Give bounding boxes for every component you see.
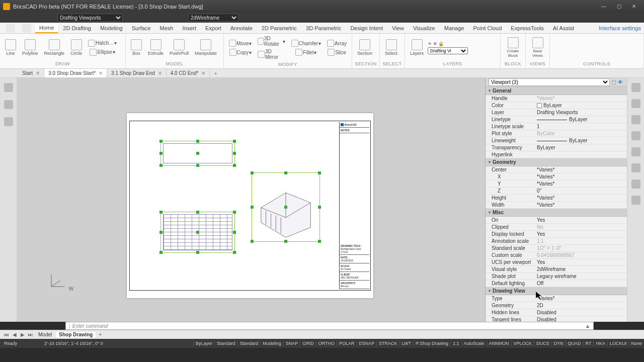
props-icon-2[interactable]: 👁 bbox=[617, 79, 624, 85]
prop-row[interactable]: OnYes bbox=[486, 217, 627, 224]
right-panel-icon-6[interactable] bbox=[631, 163, 640, 172]
prop-row[interactable]: TransparencyByLayer bbox=[486, 144, 627, 151]
prop-group-drawing-view[interactable]: Drawing View bbox=[486, 287, 627, 295]
prop-group-misc[interactable]: Misc bbox=[486, 209, 627, 217]
doctab-start[interactable]: Start✕ bbox=[18, 69, 44, 77]
maximize-button[interactable]: ▢ bbox=[612, 2, 626, 11]
fillet-tool[interactable]: Fillet ▾ bbox=[289, 48, 323, 57]
style-combo[interactable]: 2dWireframe bbox=[188, 14, 238, 22]
prop-row[interactable]: UCS per viewportYes bbox=[486, 259, 627, 266]
qat-icon-2[interactable] bbox=[134, 14, 141, 21]
3drotate-tool[interactable]: 3D Rotate ▾ bbox=[256, 35, 287, 48]
tab-design-intent[interactable]: Design Intent bbox=[346, 24, 387, 33]
search-icon[interactable] bbox=[240, 14, 248, 21]
prop-group-geometry[interactable]: Geometry bbox=[486, 158, 627, 166]
tab-manage[interactable]: Manage bbox=[440, 24, 468, 33]
prop-row[interactable]: Type*Varies* bbox=[486, 295, 627, 302]
status-btn-modeling[interactable]: Modeling bbox=[260, 341, 283, 346]
prop-row[interactable]: ColorByLayer bbox=[486, 102, 627, 109]
status-btn-ducs[interactable]: DUCS bbox=[534, 341, 551, 346]
prop-row[interactable]: Custom scale0.041666666667 bbox=[486, 252, 627, 259]
prop-row[interactable]: Y*Varies* bbox=[486, 180, 627, 188]
section-tool[interactable]: Section bbox=[355, 38, 374, 57]
prop-row[interactable]: Z0" bbox=[486, 188, 627, 195]
properties-selector[interactable]: Viewport (3) bbox=[489, 78, 610, 86]
viewport-iso[interactable] bbox=[252, 172, 320, 242]
right-panel-icon-1[interactable] bbox=[631, 83, 640, 92]
add-tab-button[interactable]: + bbox=[210, 70, 221, 76]
close-icon[interactable]: ✕ bbox=[99, 70, 103, 76]
prop-group-general[interactable]: General bbox=[486, 87, 627, 95]
right-panel-icon-4[interactable] bbox=[631, 131, 640, 140]
controls-icon-4[interactable] bbox=[583, 44, 591, 52]
right-panel-icon-7[interactable] bbox=[631, 179, 640, 189]
prop-row[interactable]: Center*Varies* bbox=[486, 166, 627, 173]
open-icon[interactable] bbox=[12, 14, 19, 21]
tab-2d-drafting[interactable]: 2D Drafting bbox=[59, 24, 95, 33]
status-btn-esnap[interactable]: ESNAP bbox=[357, 341, 377, 346]
circle-tool[interactable]: Circle bbox=[68, 38, 84, 57]
copy-tool[interactable]: Copy ▾ bbox=[227, 48, 254, 57]
3dmirror-tool[interactable]: 3D Mirror bbox=[256, 48, 287, 61]
controls-icon-1[interactable] bbox=[553, 44, 561, 52]
viewport-front[interactable] bbox=[160, 212, 235, 253]
ellipse-tool[interactable]: Ellipse ▾ bbox=[86, 48, 119, 57]
viewport-top[interactable] bbox=[160, 141, 235, 166]
prop-row[interactable]: LayerDrafting Viewports bbox=[486, 109, 627, 116]
save-icon[interactable] bbox=[21, 14, 28, 21]
redo-icon[interactable] bbox=[48, 14, 55, 21]
status-btn-dyn[interactable]: DYN bbox=[551, 341, 566, 346]
qat-icon-6[interactable] bbox=[170, 14, 177, 21]
prop-row[interactable]: X*Varies* bbox=[486, 173, 627, 180]
prop-row[interactable]: Plot styleByColor bbox=[486, 130, 627, 137]
slice-tool[interactable]: Slice bbox=[325, 48, 349, 57]
status-btn-snap[interactable]: SNAP bbox=[283, 341, 300, 346]
qat-icon-3[interactable] bbox=[143, 14, 150, 21]
app-menu-icon[interactable] bbox=[6, 24, 15, 33]
pushpull-tool[interactable]: Push/Pull bbox=[168, 38, 191, 57]
undo-icon[interactable] bbox=[39, 14, 46, 21]
right-panel-icon-5[interactable] bbox=[631, 147, 640, 156]
prop-row[interactable]: Tangent linesDisabled bbox=[486, 316, 627, 322]
array-tool[interactable]: Array bbox=[325, 39, 349, 48]
move-tool[interactable]: Move ▾ bbox=[227, 39, 254, 48]
status-btn-bylayer[interactable]: ByLayer bbox=[193, 341, 214, 346]
prop-row[interactable]: Width*Varies* bbox=[486, 202, 627, 209]
tab-modeling[interactable]: Modeling bbox=[96, 24, 127, 33]
print-icon[interactable] bbox=[30, 14, 37, 21]
prop-row[interactable]: Display lockedYes bbox=[486, 231, 627, 238]
status-btn-p-shop-drawing[interactable]: P:Shop Drawing bbox=[413, 341, 450, 346]
extrude-tool[interactable]: Extrude bbox=[146, 38, 166, 57]
status-btn-polar[interactable]: POLAR bbox=[337, 341, 357, 346]
tab-visualize[interactable]: Visualize bbox=[409, 24, 439, 33]
prop-row[interactable]: Standard scale1/2" = 1'-0" bbox=[486, 245, 627, 252]
status-btn-none[interactable]: None bbox=[628, 341, 644, 346]
new-icon[interactable] bbox=[3, 14, 10, 21]
tab-nav-last[interactable]: ⏭ bbox=[27, 332, 34, 337]
tab-mesh[interactable]: Mesh bbox=[156, 24, 178, 33]
tab-surface[interactable]: Surface bbox=[128, 24, 155, 33]
command-expand-icon[interactable]: ▲ bbox=[585, 323, 590, 329]
layer-selector[interactable]: Drafting Vi bbox=[428, 47, 468, 54]
command-line[interactable]: : Enter command ▲ bbox=[65, 322, 594, 330]
close-icon[interactable]: ✕ bbox=[201, 70, 205, 76]
status-btn-quad[interactable]: QUAD bbox=[566, 341, 583, 346]
tab-nav-next[interactable]: ▶ bbox=[19, 332, 26, 337]
prop-row[interactable]: Handle*Varies* bbox=[486, 95, 627, 102]
status-btn-strack[interactable]: STRACK bbox=[376, 341, 399, 346]
controls-icon-3[interactable] bbox=[573, 44, 581, 52]
props-icon-1[interactable]: ⬚ bbox=[610, 79, 617, 85]
manipulate-tool[interactable]: Manipulate bbox=[193, 38, 219, 57]
tab-export[interactable]: Export bbox=[201, 24, 225, 33]
status-btn-autoscale[interactable]: AutoScale bbox=[461, 341, 487, 346]
select-tool[interactable]: Select bbox=[383, 38, 399, 57]
left-panel-icon-1[interactable] bbox=[4, 83, 13, 92]
controls-icon-2[interactable] bbox=[563, 44, 571, 52]
add-layout-button[interactable]: + bbox=[97, 332, 104, 337]
line-tool[interactable]: Line bbox=[3, 38, 18, 57]
status-btn-standard[interactable]: Standard bbox=[214, 341, 237, 346]
close-icon[interactable]: ✕ bbox=[36, 70, 40, 76]
prop-row[interactable]: Annotation scale1:1 bbox=[486, 238, 627, 245]
interface-settings-link[interactable]: Interface settings bbox=[599, 25, 641, 31]
right-panel-icon-8[interactable] bbox=[631, 196, 640, 205]
